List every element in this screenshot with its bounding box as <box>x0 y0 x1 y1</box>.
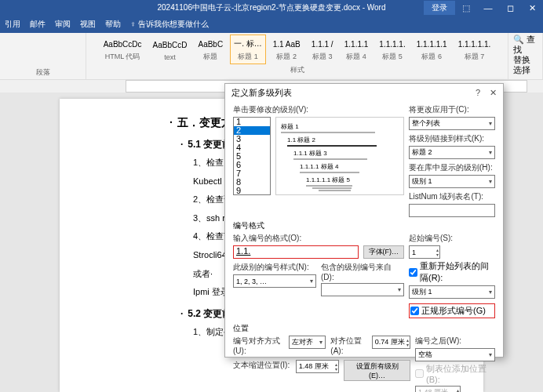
menu-bar: 引用 邮件 审阅 视图 帮助 ♀ 告诉我你想要做什么 <box>0 16 543 33</box>
number-style-combo[interactable]: 1, 2, 3, … <box>233 274 316 288</box>
format-section-label: 编号格式 <box>233 220 495 231</box>
close-icon[interactable]: ✕ <box>490 88 497 98</box>
style-item[interactable]: 1.1.1 /标题 3 <box>308 34 337 64</box>
position-section-label: 位置 <box>233 323 495 334</box>
style-item[interactable]: AaBbCcDcHTML 代码 <box>100 34 146 64</box>
number-style-label: 此级别的编号样式(N): <box>233 262 316 273</box>
font-button[interactable]: 字体(F)… <box>363 245 405 259</box>
ribbon: 段落 AaBbCcDcHTML 代码AaBbCcDtextAaBbC标题一. 标… <box>0 33 543 80</box>
set-all-button[interactable]: 设置所有级别(E)… <box>344 360 410 381</box>
style-item[interactable]: AaBbCcDtext <box>149 36 191 64</box>
tab-stop-spin: 1.48 厘米 <box>415 386 461 392</box>
align-at-spin[interactable]: 0.74 厘米 <box>372 336 410 349</box>
dialog-title: 定义新多级列表 <box>231 87 292 99</box>
menu-item[interactable]: 邮件 <box>30 19 46 30</box>
restart-level-combo[interactable]: 级别 1 <box>409 285 495 299</box>
replace-button[interactable]: 替换 <box>513 55 538 65</box>
help-icon[interactable]: ? <box>476 88 480 98</box>
indent-spin[interactable]: 1.48 厘米 <box>296 360 339 373</box>
align-combo[interactable]: 左对齐 <box>289 336 326 349</box>
legal-format-checkbox[interactable]: 正规形式编号(G) <box>409 303 495 318</box>
style-item[interactable]: 1.1 AaB标题 2 <box>269 34 304 64</box>
link-style-label: 将级别链接到样式(K): <box>409 133 495 144</box>
minimize-icon[interactable]: — <box>477 0 499 16</box>
style-gallery[interactable]: AaBbCcDcHTML 代码AaBbCcDtextAaBbC标题一. 标…标题… <box>100 34 495 64</box>
maximize-icon[interactable]: ◻ <box>499 0 521 16</box>
level-listbox[interactable]: 123456789 <box>233 117 271 195</box>
tell-me-input[interactable]: ♀ 告诉我你想要做什么 <box>130 19 209 30</box>
number-format-label: 输入编号的格式(O): <box>233 233 404 244</box>
menu-item[interactable]: 视图 <box>80 19 96 30</box>
style-item[interactable]: 一. 标…标题 1 <box>230 34 266 64</box>
style-item[interactable]: 1.1.1.1.1.标题 7 <box>454 34 495 64</box>
start-at-spin[interactable]: 1 <box>409 245 440 259</box>
find-button[interactable]: 🔍 查找 <box>513 34 538 55</box>
start-at-label: 起始编号(S): <box>409 233 495 244</box>
follow-combo[interactable]: 空格 <box>415 348 495 361</box>
login-button[interactable]: 登录 <box>424 1 455 15</box>
align-at-label: 对齐位置(A): <box>330 336 366 355</box>
gallery-level-label: 要在库中显示的级别(H): <box>409 162 495 173</box>
indent-label: 文本缩进位置(I): <box>233 360 291 371</box>
style-item[interactable]: 1.1.1.1.1标题 6 <box>413 34 451 64</box>
apply-to-combo[interactable]: 整个列表 <box>409 117 495 130</box>
restart-checkbox[interactable]: 重新开始列表的间隔(R): <box>409 260 495 284</box>
listnum-label: ListNum 域列表名(T): <box>409 191 495 202</box>
tab-stop-checkbox[interactable]: 制表位添加位置(B): <box>415 363 495 384</box>
style-item[interactable]: AaBbC标题 <box>194 34 227 64</box>
ribbon-group-label: 段落 <box>36 67 50 78</box>
multilevel-list-dialog: 定义新多级列表 ? ✕ 单击要修改的级别(V): 123456789 标题 1 … <box>224 83 504 358</box>
style-item[interactable]: 1.1.1.1标题 4 <box>341 34 373 64</box>
listnum-input[interactable] <box>409 204 495 217</box>
document-title: 20241106中国电子云-北京region2-节点更换硬盘变更.docx - … <box>157 2 385 13</box>
select-button[interactable]: 选择 <box>513 65 538 75</box>
ribbon-options-icon[interactable]: ⬚ <box>455 0 477 16</box>
apply-to-label: 将更改应用于(C): <box>409 104 495 115</box>
link-style-combo[interactable]: 标题 2 <box>409 146 495 159</box>
menu-item[interactable]: 引用 <box>5 19 20 30</box>
style-item[interactable]: 1.1.1.1.标题 5 <box>375 34 409 64</box>
menu-item[interactable]: 审阅 <box>55 19 71 30</box>
menu-item[interactable]: 帮助 <box>105 19 121 30</box>
close-icon[interactable]: ✕ <box>521 0 543 16</box>
include-level-label: 包含的级别编号来自(D): <box>321 262 404 281</box>
follow-label: 编号之后(W): <box>415 336 495 347</box>
number-format-input[interactable]: 1.1. <box>233 245 359 259</box>
preview-pane: 标题 1 1.1 标题 2 1.1.1 标题 3 1.1.1.1 标题 4 1.… <box>275 117 404 195</box>
align-label: 编号对齐方式(U): <box>233 336 284 355</box>
gallery-level-combo[interactable]: 级别 1 <box>409 175 495 188</box>
ribbon-group-label: 样式 <box>290 65 304 75</box>
include-level-combo[interactable] <box>321 283 404 296</box>
level-label: 单击要修改的级别(V): <box>233 104 404 115</box>
